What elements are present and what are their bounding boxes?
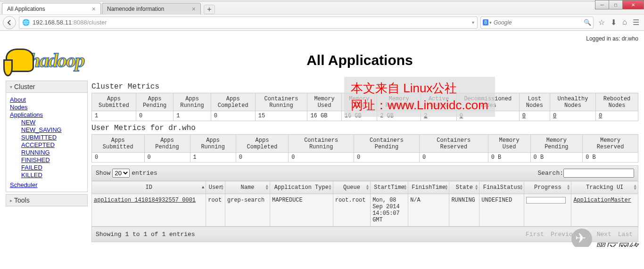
tracking-link[interactable]: ApplicationMaster [573,197,631,204]
show-label: Show [96,170,110,177]
hadoop-logo[interactable]: hadoop [6,44,147,77]
metric-header: Apps Running [190,135,236,153]
corner-text: 黑区网络 [594,241,639,247]
sort-icon: ▲▼ [475,185,478,191]
browser-chrome: ─ □ ✕ All Applications × Namenode inform… [0,0,644,31]
url-dropdown-icon[interactable]: ▾ [472,20,474,25]
metric-value: 16 GB [307,111,341,121]
metric-header: Apps Submitted [92,135,145,153]
sidebar-link-submitted[interactable]: SUBMITTED [21,134,83,141]
user-metrics-title: User Metrics for dr.who [91,124,638,132]
column-header[interactable]: Tracking UI▲▼ [571,181,638,194]
sidebar-link-killed[interactable]: KILLED [21,171,83,179]
cell-final: UNDEFINED [479,194,524,227]
toolbar-icons: ☆ ⬇ ⌂ ☰ [596,18,641,27]
column-header[interactable]: FinalStatus▲▼ [479,181,524,194]
logo-text: hadoop [29,49,84,72]
sidebar-cluster-body: About Nodes Applications NEW NEW_SAVING … [6,93,88,192]
metric-value: 0 [92,153,145,163]
metric-header: Apps Pending [144,135,190,153]
sidebar-link-finished[interactable]: FINISHED [21,156,83,163]
column-header[interactable]: State▲▼ [449,181,479,194]
search-icon[interactable]: 🔍 [584,19,591,26]
sort-icon: ▲▼ [520,185,522,191]
cell-progress [524,194,571,227]
metric-header: Containers Reserved [420,135,488,153]
sidebar-link-accepted[interactable]: ACCEPTED [21,141,83,148]
column-header[interactable]: Name▲▼ [225,181,270,194]
corner-logo-icon [571,228,592,247]
user-metrics-table: Apps SubmittedApps PendingApps RunningAp… [91,134,638,163]
url-path: :8088/cluster [72,19,107,26]
metric-value: 1 [173,111,211,121]
page-size-select[interactable]: 20 [112,169,130,178]
logged-in-label: Logged in as: dr.who [6,35,638,42]
metric-header: Containers Running [255,93,307,111]
cell-queue: root.root [333,194,370,227]
sort-icon: ▲▼ [366,185,369,191]
metric-value: 0 [354,153,420,163]
sidebar-link-scheduler[interactable]: Scheduler [10,181,83,188]
metric-value: 0 [236,153,289,163]
sidebar-link-new-saving[interactable]: NEW_SAVING [21,126,83,133]
column-header[interactable]: FinishTime▲▼ [408,181,449,194]
sidebar-link-new[interactable]: NEW [21,119,83,126]
metric-header: Apps Pending [136,93,173,111]
sidebar-link-about[interactable]: About [10,96,83,103]
tab-title: All Applications [7,6,45,12]
sort-icon: ▲▼ [329,185,331,191]
metric-value: 15 [255,111,307,121]
browser-search-box[interactable]: 8 ▾ 🔍 [480,16,594,29]
url-bar[interactable]: 🌐 192.168.58.11:8088/cluster ▾ [19,16,478,29]
datatable-search-input[interactable] [563,169,634,178]
datatable-info: Showing 1 to 1 of 1 entries [96,231,195,238]
tab-close-icon[interactable]: × [92,6,96,12]
search-engine-dropdown-icon[interactable]: ▾ [489,20,492,25]
sidebar-link-running[interactable]: RUNNING [21,149,83,156]
sidebar-link-nodes[interactable]: Nodes [10,104,83,111]
menu-icon[interactable]: ☰ [633,18,639,27]
tab-close-icon[interactable]: × [192,6,196,12]
downloads-icon[interactable]: ⬇ [611,18,617,27]
corner-watermark: 黑区网络 www.heiqu.com [571,228,639,247]
cell-name: grep-search [225,194,270,227]
sidebar-link-failed[interactable]: FAILED [21,164,83,171]
metric-header: Apps Completed [211,93,255,111]
sidebar-link-applications[interactable]: Applications [10,111,83,118]
metric-value: 0 [144,153,190,163]
datatable-top-bar: Show 20 entries Search: [91,165,638,181]
browser-search-input[interactable] [494,19,584,26]
metric-header: Memory Pending [530,135,583,153]
entries-label: entries [132,170,157,177]
metric-header: Apps Submitted [92,93,136,111]
sidebar-header-cluster[interactable]: Cluster [6,81,88,93]
bookmark-icon[interactable]: ☆ [598,18,605,27]
column-header[interactable]: Application Type▲▼ [270,181,333,194]
tab-title: Namenode information [107,6,164,12]
table-row: application_1410184932557_0001 root grep… [92,194,638,227]
metric-value: 0 [136,111,173,121]
column-header[interactable]: Queue▲▼ [333,181,370,194]
column-header[interactable]: StartTime▲▼ [371,181,408,194]
metric-header: Containers Pending [354,135,420,153]
progress-bar [526,197,566,204]
browser-tab-inactive[interactable]: Namenode information × [102,3,201,14]
google-icon: 8 [483,19,488,25]
column-header[interactable]: Progress▲▼ [524,181,571,194]
metric-value: 0 [211,111,255,121]
browser-tab-active[interactable]: All Applications × [2,3,101,14]
column-header[interactable]: User▲▼ [206,181,225,194]
sort-icon: ▲▼ [634,185,636,191]
home-icon[interactable]: ⌂ [622,18,627,27]
metric-header: Apps Running [173,93,211,111]
paginate-first[interactable]: First [526,231,544,238]
metric-header: Memory Used [307,93,341,111]
column-header[interactable]: ID▲ [92,181,206,194]
metric-header: Memory Reserved [583,135,638,153]
sidebar-header-tools[interactable]: Tools [6,194,88,206]
sidebar: Cluster About Nodes Applications NEW NEW… [6,81,88,242]
new-tab-button[interactable]: + [204,5,215,14]
cell-user: root [206,194,225,227]
back-button[interactable] [3,16,16,29]
app-id-link[interactable]: application_1410184932557_0001 [94,197,196,204]
